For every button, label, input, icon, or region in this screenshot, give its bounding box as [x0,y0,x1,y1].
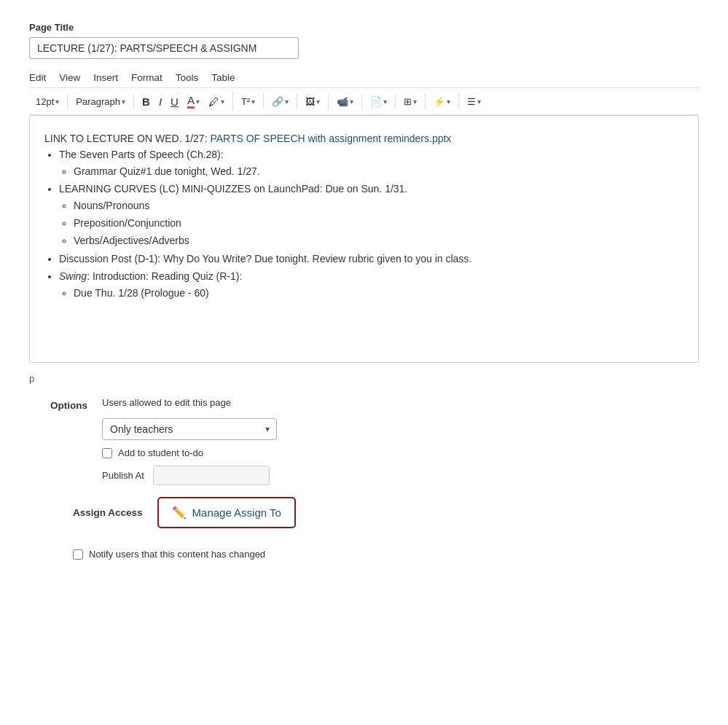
text-format-group: B I U A ▾ 🖊 ▾ [138,92,233,111]
lecture-line: LINK TO LECTURE ON WED. 1/27: PARTS OF S… [44,130,684,146]
plugin-btn[interactable]: ⚡ ▾ [430,94,454,109]
publish-row: Publish At [102,466,277,485]
text-color-chevron: ▾ [196,98,200,106]
plugin-group: ⚡ ▾ [430,94,459,109]
doc-group: 📄 ▾ [367,94,396,109]
manage-assign-label: Manage Assign To [192,506,281,519]
link-group: 🔗 ▾ [268,94,297,109]
align-btn[interactable]: ☰ ▾ [463,94,485,109]
lecture-link[interactable]: PARTS OF SPEECH with assignment reminder… [210,133,451,144]
superscript-btn[interactable]: T² ▾ [238,94,259,109]
list-item: LEARNING CURVES (LC) MINI-QUIZZES on Lau… [59,181,684,249]
breadcrumb: p [29,373,699,384]
list-item: Grammar Quiz#1 due tonight, Wed. 1/27. [74,163,684,179]
grid-btn[interactable]: ⊞ ▾ [400,94,420,109]
menu-view[interactable]: View [59,72,80,83]
menu-bar: Edit View Insert Format Tools Table [29,72,699,83]
publish-label: Publish At [102,470,144,481]
editor-toolbar: 12pt ▾ Paragraph ▾ B I U A ▾ 🖊 ▾ T² ▾ 🔗 … [29,87,699,115]
list-item: Verbs/Adjectives/Adverbs [74,232,684,248]
menu-format[interactable]: Format [131,72,163,83]
text-color-btn[interactable]: A ▾ [184,92,203,111]
pencil-icon: ✏️ [172,506,187,520]
editor-area[interactable]: LINK TO LECTURE ON WED. 1/27: PARTS OF S… [29,115,699,363]
plugin-chevron: ▾ [447,98,450,106]
page-title-label: Page Title [29,22,699,33]
doc-btn[interactable]: 📄 ▾ [367,94,391,109]
paragraph-chevron: ▾ [122,98,125,106]
notify-checkbox[interactable] [73,549,83,560]
manage-assign-button[interactable]: ✏️ Manage Assign To [157,497,296,528]
grid-chevron: ▾ [413,98,417,106]
notify-section: Notify users that this content has chang… [73,549,699,560]
options-content: Users allowed to edit this page Only tea… [102,397,277,485]
notify-label: Notify users that this content has chang… [89,549,265,560]
student-todo-checkbox[interactable] [102,448,112,458]
font-size-chevron: ▾ [55,98,59,106]
doc-chevron: ▾ [383,98,387,106]
image-chevron: ▾ [316,98,320,106]
paragraph-btn[interactable]: Paragraph ▾ [72,94,129,109]
menu-insert[interactable]: Insert [93,72,118,83]
align-chevron: ▾ [477,98,481,106]
link-btn[interactable]: 🔗 ▾ [268,94,292,109]
image-btn[interactable]: 🖼 ▾ [302,94,324,109]
media-btn[interactable]: 📹 ▾ [333,94,357,109]
superscript-group: T² ▾ [238,94,264,109]
italic-btn[interactable]: I [155,93,165,110]
media-group: 📹 ▾ [333,94,362,109]
highlight-btn[interactable]: 🖊 ▾ [205,93,228,110]
font-size-btn[interactable]: 12pt ▾ [32,94,63,109]
list-item: Due Thu. 1/28 (Prologue - 60) [74,285,684,301]
list-item: Swing: Introduction: Reading Quiz (R-1):… [59,268,684,301]
list-item: Nouns/Pronouns [74,197,684,213]
options-section: Options Users allowed to edit this page … [29,397,699,485]
highlight-chevron: ▾ [221,98,224,106]
list-item: Discussion Post (D-1): Why Do You Write?… [59,251,684,267]
page-title-section: Page Title [29,22,699,59]
grid-group: ⊞ ▾ [400,94,426,109]
menu-table[interactable]: Table [211,72,235,83]
assign-access-section: Assign Access ✏️ Manage Assign To [73,497,699,528]
edit-label: Users allowed to edit this page [102,397,277,408]
student-todo-label: Add to student to-do [118,447,203,458]
menu-edit[interactable]: Edit [29,72,46,83]
align-group: ☰ ▾ [463,94,489,109]
edit-select-wrapper: Only teachers Teachers and Students Anyo… [102,418,277,440]
student-todo-row: Add to student to-do [102,447,277,458]
options-label: Options [29,397,87,411]
list-item: Preposition/Conjunction [74,215,684,231]
media-chevron: ▾ [350,98,353,106]
page-title-input[interactable] [29,37,299,59]
publish-input[interactable] [153,466,270,485]
edit-permission-select[interactable]: Only teachers Teachers and Students Anyo… [102,418,277,440]
menu-tools[interactable]: Tools [176,72,199,83]
underline-btn[interactable]: U [167,93,182,110]
list-item: The Seven Parts of Speech (Ch.28): Gramm… [59,146,684,179]
image-group: 🖼 ▾ [302,94,329,109]
assign-access-label: Assign Access [73,507,143,518]
superscript-chevron: ▾ [251,98,255,106]
bold-btn[interactable]: B [138,93,154,110]
editor-list: The Seven Parts of Speech (Ch.28): Gramm… [59,146,684,301]
link-chevron: ▾ [285,98,289,106]
font-size-group: 12pt ▾ [32,94,68,109]
paragraph-group: Paragraph ▾ [72,94,134,109]
